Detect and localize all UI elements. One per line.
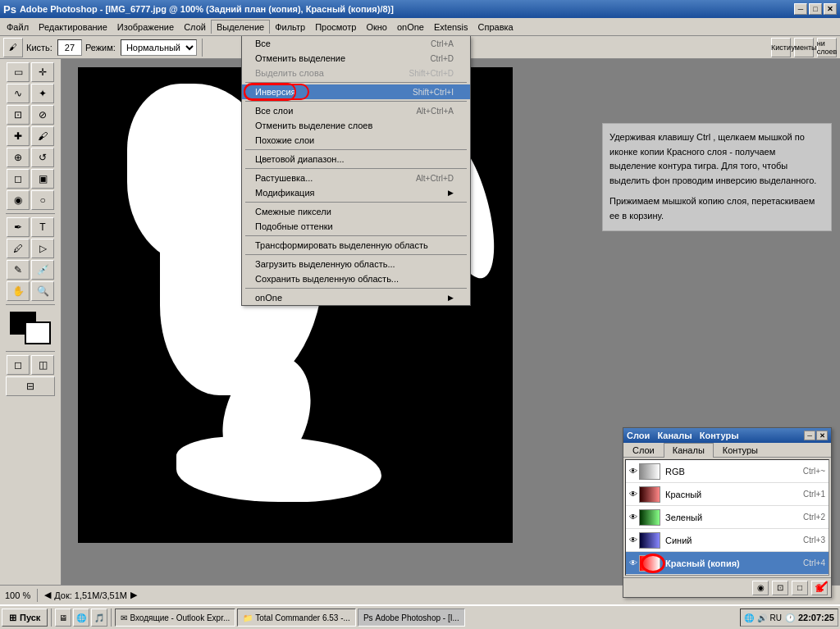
crop-tool[interactable]: ⊡ xyxy=(7,105,30,125)
dodge-tool[interactable]: ○ xyxy=(31,190,54,210)
close-button[interactable]: ✕ xyxy=(824,3,837,15)
menu-item-grow[interactable]: Смежные пиксели xyxy=(242,204,470,219)
brush-size-input[interactable] xyxy=(57,39,82,56)
standard-mode[interactable]: ◻ xyxy=(7,355,30,375)
screen-mode[interactable]: ⊟ xyxy=(6,376,55,396)
layers-button[interactable]: ни слоев xyxy=(817,38,837,57)
menu-item-deselect[interactable]: Отменить выделение Ctrl+D xyxy=(242,51,470,66)
tool-presets-button[interactable]: ументы xyxy=(794,38,814,57)
brush-label: Кисть: xyxy=(26,43,52,52)
menu-window[interactable]: Окно xyxy=(361,21,392,34)
eraser-tool[interactable]: ◻ xyxy=(7,169,30,189)
channel-shortcut-red-copy: Ctrl+4 xyxy=(803,558,825,567)
healing-tool[interactable]: ✚ xyxy=(7,126,30,146)
blend-mode-select[interactable]: Нормальный xyxy=(121,39,197,56)
zoom-tool[interactable]: 🔍 xyxy=(31,281,54,301)
menu-view[interactable]: Просмотр xyxy=(310,21,361,34)
menu-item-similar[interactable]: Подобные оттенки xyxy=(242,219,470,234)
delete-channel-button[interactable]: 🗑 xyxy=(811,581,828,595)
marquee-tool[interactable]: ▭ xyxy=(7,62,30,82)
magic-wand-tool[interactable]: ✦ xyxy=(31,84,54,103)
minimize-button[interactable]: ─ xyxy=(794,3,807,15)
eye-icon-blue[interactable]: 👁 xyxy=(629,536,637,545)
menu-sep-6 xyxy=(245,235,467,236)
menu-item-inverse[interactable]: Инверсия Shift+Ctrl+I xyxy=(242,84,470,99)
hand-tool[interactable]: ✋ xyxy=(7,281,30,301)
menu-item-load-selection[interactable]: Загрузить выделенную область... xyxy=(242,257,470,271)
menu-edit[interactable]: Редактирование xyxy=(34,21,112,34)
menu-item-modify[interactable]: Модификация ▶ xyxy=(242,185,470,200)
media-btn[interactable]: 🎵 xyxy=(91,608,107,627)
tab-layers[interactable]: Слои xyxy=(623,443,664,457)
show-desktop-btn[interactable]: 🖥 xyxy=(55,608,71,627)
color-picker[interactable] xyxy=(10,312,51,344)
gradient-tool[interactable]: ▣ xyxy=(31,169,54,189)
taskbar-btn-outlook[interactable]: ✉ Входящие - Outlook Expr... xyxy=(115,608,235,627)
dropdown-menu: Все Ctrl+A Отменить выделение Ctrl+D Выд… xyxy=(241,36,471,306)
menu-selection[interactable]: Выделение xyxy=(211,20,270,34)
eye-icon-rgb[interactable]: 👁 xyxy=(629,467,637,476)
lasso-tool[interactable]: ∿ xyxy=(7,84,30,103)
menu-item-feather[interactable]: Растушевка... Alt+Ctrl+D xyxy=(242,171,470,185)
menu-item-color-range[interactable]: Цветовой диапазон... xyxy=(242,152,470,166)
menu-onone[interactable]: onOne xyxy=(392,21,429,34)
load-channel-button[interactable]: ◉ xyxy=(752,581,769,595)
menu-layer[interactable]: Слой xyxy=(179,21,211,34)
menu-item-save-selection[interactable]: Сохранить выделенную область... xyxy=(242,271,470,286)
start-label: Пуск xyxy=(20,613,40,622)
tab-channels[interactable]: Каналы xyxy=(664,443,714,458)
tool-group-11: ✋ 🔍 xyxy=(7,281,54,301)
maximize-button[interactable]: □ xyxy=(809,3,822,15)
menu-item-onone[interactable]: onOne ▶ xyxy=(242,290,470,305)
taskbar-btn-total-commander[interactable]: 📁 Total Commander 6.53 -... xyxy=(237,608,356,627)
arrow-left-icon[interactable]: ◀ xyxy=(44,590,51,600)
menu-sep-2 xyxy=(245,101,467,102)
quick-mask-mode[interactable]: ◫ xyxy=(31,355,54,375)
pen-tool[interactable]: 🖊 xyxy=(7,239,30,258)
menu-help[interactable]: Справка xyxy=(473,21,518,34)
history-brush-tool[interactable]: ↺ xyxy=(31,148,54,167)
menu-image[interactable]: Изображение xyxy=(112,21,179,34)
move-tool[interactable]: ✛ xyxy=(31,62,54,82)
save-selection-button[interactable]: ⊡ xyxy=(772,581,788,595)
shape-tool[interactable]: ▷ xyxy=(31,239,54,258)
menu-item-all[interactable]: Все Ctrl+A xyxy=(242,36,470,51)
menu-item-all-layers[interactable]: Все слои Alt+Ctrl+A xyxy=(242,103,470,118)
background-color[interactable] xyxy=(25,321,51,344)
start-button[interactable]: ⊞ Пуск xyxy=(2,608,48,627)
tab-paths[interactable]: Контуры xyxy=(714,443,767,457)
clone-tool[interactable]: ⊕ xyxy=(7,148,30,167)
menu-filter[interactable]: Фильтр xyxy=(270,21,310,34)
eye-icon-red-copy[interactable]: 👁 xyxy=(629,558,637,567)
menu-extensis[interactable]: Extensis xyxy=(429,21,473,34)
arrow-right-icon[interactable]: ▶ xyxy=(130,590,137,600)
channel-row-rgb[interactable]: 👁 RGB Ctrl+~ xyxy=(626,460,829,483)
ie-btn[interactable]: 🌐 xyxy=(73,608,89,627)
menu-item-similar-layers[interactable]: Похожие слои xyxy=(242,133,470,148)
eye-icon-red[interactable]: 👁 xyxy=(629,490,637,499)
type-tool[interactable]: T xyxy=(31,217,54,237)
channel-row-red-copy[interactable]: 👁 Красный (копия) Ctrl+4 xyxy=(626,552,829,575)
brushes-button[interactable]: Кисти xyxy=(771,38,791,57)
channels-minimize[interactable]: ─ xyxy=(804,431,815,440)
menu-item-transform[interactable]: Трансформировать выделенную область xyxy=(242,238,470,253)
channel-row-green[interactable]: 👁 Зеленый Ctrl+2 xyxy=(626,506,829,529)
taskbar-btn-photoshop[interactable]: Ps Adobe Photoshop - [I... xyxy=(358,608,465,627)
channel-row-red[interactable]: 👁 Красный Ctrl+1 xyxy=(626,483,829,506)
path-tool[interactable]: ✒ xyxy=(7,217,30,237)
tool-group-mode: ◻ ◫ xyxy=(7,355,54,375)
channels-close[interactable]: ✕ xyxy=(816,431,828,440)
eyedropper-tool[interactable]: 💉 xyxy=(31,260,54,280)
tool-options-icon[interactable]: 🖌 xyxy=(3,38,23,57)
new-channel-button[interactable]: □ xyxy=(792,581,808,595)
slice-tool[interactable]: ⊘ xyxy=(31,105,54,125)
channel-thumb-red xyxy=(639,486,660,503)
channel-row-blue[interactable]: 👁 Синий Ctrl+3 xyxy=(626,529,829,552)
menu-file[interactable]: Файл xyxy=(2,21,34,34)
eye-icon-green[interactable]: 👁 xyxy=(629,513,637,522)
brush-tool[interactable]: 🖌 xyxy=(31,126,54,146)
blur-tool[interactable]: ◉ xyxy=(7,190,30,210)
notes-tool[interactable]: ✎ xyxy=(7,260,30,280)
menu-item-deselect-layers[interactable]: Отменить выделение слоев xyxy=(242,118,470,133)
info-text-2: Прижимаем мышкой копию слоя, перетаскива… xyxy=(609,194,824,223)
